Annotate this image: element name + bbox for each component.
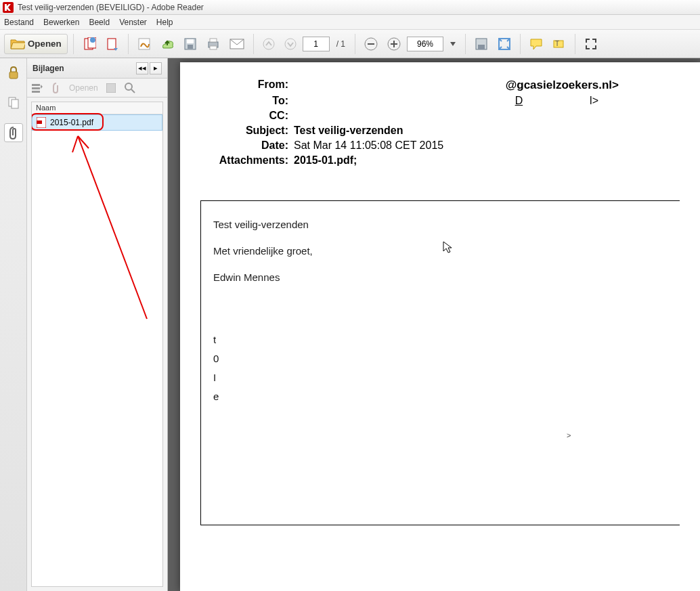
main-area: Bijlagen ◂◂ ▸ Openen Naam xyxy=(0,58,700,591)
pages-panel-button[interactable] xyxy=(4,93,23,112)
highlight-button[interactable]: T xyxy=(549,34,569,54)
page-up-button[interactable] xyxy=(259,34,278,54)
search-attachment-icon[interactable] xyxy=(124,82,136,94)
fit-page-button[interactable] xyxy=(494,34,515,54)
body-partial: 0 xyxy=(213,349,668,368)
attachments-panel-button[interactable] xyxy=(4,123,23,142)
toolbar-separator xyxy=(253,34,254,54)
date-label: Date: xyxy=(200,139,288,152)
body-partial: t xyxy=(213,330,668,349)
comment-button[interactable] xyxy=(526,34,546,54)
svg-rect-31 xyxy=(106,83,116,93)
folder-icon xyxy=(10,38,25,50)
svg-rect-25 xyxy=(9,72,18,79)
menu-view[interactable]: Beeld xyxy=(89,18,110,27)
body-partial: I xyxy=(213,368,668,387)
security-panel-button[interactable] xyxy=(4,64,23,83)
toolbar: Openen / 1 96% xyxy=(0,30,700,58)
svg-rect-29 xyxy=(32,87,40,89)
fullscreen-button[interactable] xyxy=(581,34,601,54)
svg-point-32 xyxy=(125,83,132,90)
annotation-arrow xyxy=(66,129,160,326)
zoom-level[interactable]: 96% xyxy=(407,37,443,51)
titlebar: Test veilig-verzenden (BEVEILIGD) - Adob… xyxy=(0,0,700,15)
attachments-value: 2015-01.pdf; xyxy=(294,154,680,167)
svg-rect-8 xyxy=(188,45,193,49)
email-headers: From: @gcasielzoekers.nl> To: D l> CC: xyxy=(200,79,680,167)
from-label: From: xyxy=(200,79,288,92)
toolbar-separator xyxy=(465,34,466,54)
menu-edit[interactable]: Bewerken xyxy=(43,18,79,27)
cc-value xyxy=(294,110,680,122)
save-attachment-icon[interactable] xyxy=(105,82,117,94)
menu-help[interactable]: Help xyxy=(156,18,173,27)
svg-rect-21 xyxy=(478,45,485,49)
save-button[interactable] xyxy=(180,34,200,54)
menu-window[interactable]: Venster xyxy=(119,18,147,27)
svg-rect-4 xyxy=(108,39,116,49)
navigation-tabs xyxy=(0,58,27,591)
attachments-open-label[interactable]: Openen xyxy=(69,83,98,93)
body-partial: e xyxy=(213,387,668,406)
open-button[interactable]: Openen xyxy=(4,34,68,54)
page-number-input[interactable] xyxy=(303,37,330,51)
toolbar-separator xyxy=(128,34,129,54)
page-down-button[interactable] xyxy=(281,34,300,54)
svg-rect-30 xyxy=(32,91,40,93)
svg-rect-27 xyxy=(12,100,18,108)
email-body: Test veilig-verzenden Met vriendelijke g… xyxy=(200,200,680,525)
panel-prev-button[interactable]: ◂◂ xyxy=(136,62,148,74)
to-label: To: xyxy=(200,95,288,107)
options-icon[interactable] xyxy=(31,82,43,94)
panel-next-button[interactable]: ▸ xyxy=(150,62,162,74)
document-area: From: @gcasielzoekers.nl> To: D l> CC: xyxy=(168,58,700,591)
attachments-toolbar: Openen xyxy=(27,79,167,97)
upload-button[interactable] xyxy=(157,34,177,54)
attachments-list: Naam 2015-01.pdf xyxy=(31,102,163,587)
export-pdf-button[interactable] xyxy=(102,34,123,54)
create-pdf-button[interactable] xyxy=(79,34,100,54)
attachments-header: Bijlagen ◂◂ ▸ xyxy=(27,58,167,79)
body-line: Test veilig-verzenden xyxy=(213,219,668,230)
attachments-title: Bijlagen xyxy=(32,64,64,73)
body-line: Edwin Mennes xyxy=(213,271,668,283)
svg-rect-7 xyxy=(187,39,194,43)
adobe-reader-icon xyxy=(3,2,14,13)
svg-rect-10 xyxy=(210,39,217,42)
toolbar-separator xyxy=(355,34,355,54)
svg-rect-16 xyxy=(368,43,374,45)
svg-line-36 xyxy=(78,136,147,319)
attachments-panel: Bijlagen ◂◂ ▸ Openen Naam xyxy=(27,58,168,591)
zoom-dropdown-button[interactable] xyxy=(446,34,460,54)
window-title: Test veilig-verzenden (BEVEILIGD) - Adob… xyxy=(18,3,204,12)
subject-label: Subject: xyxy=(200,125,288,137)
body-line: Met vriendelijke groet, xyxy=(213,245,668,257)
from-value: @gcasielzoekers.nl> xyxy=(294,79,680,92)
caret-mark: > xyxy=(567,431,571,439)
svg-text:T: T xyxy=(555,40,559,47)
svg-rect-11 xyxy=(210,46,217,49)
save-copy-button[interactable] xyxy=(471,34,491,54)
svg-rect-28 xyxy=(32,84,40,86)
zoom-in-button[interactable] xyxy=(384,34,404,54)
toolbar-separator xyxy=(575,34,575,54)
date-value: Sat Mar 14 11:05:08 CET 2015 xyxy=(294,139,680,152)
menubar: Bestand Bewerken Beeld Venster Help xyxy=(0,15,700,30)
email-button[interactable] xyxy=(226,34,248,54)
toolbar-separator xyxy=(520,34,521,54)
toolbar-separator xyxy=(73,34,74,54)
cc-label: CC: xyxy=(200,110,288,122)
open-attachment-icon[interactable] xyxy=(50,82,62,94)
svg-rect-19 xyxy=(393,41,395,47)
svg-point-13 xyxy=(263,39,274,49)
cursor-icon xyxy=(442,240,453,254)
sign-button[interactable] xyxy=(134,34,154,54)
zoom-out-button[interactable] xyxy=(361,34,381,54)
menu-file[interactable]: Bestand xyxy=(4,18,34,27)
pdf-page: From: @gcasielzoekers.nl> To: D l> CC: xyxy=(180,62,700,591)
attachments-label: Attachments: xyxy=(200,154,288,167)
print-button[interactable] xyxy=(203,34,223,54)
svg-point-3 xyxy=(90,37,95,43)
to-value: D l> xyxy=(294,95,680,107)
subject-value: Test veilig-verzenden xyxy=(294,125,680,137)
